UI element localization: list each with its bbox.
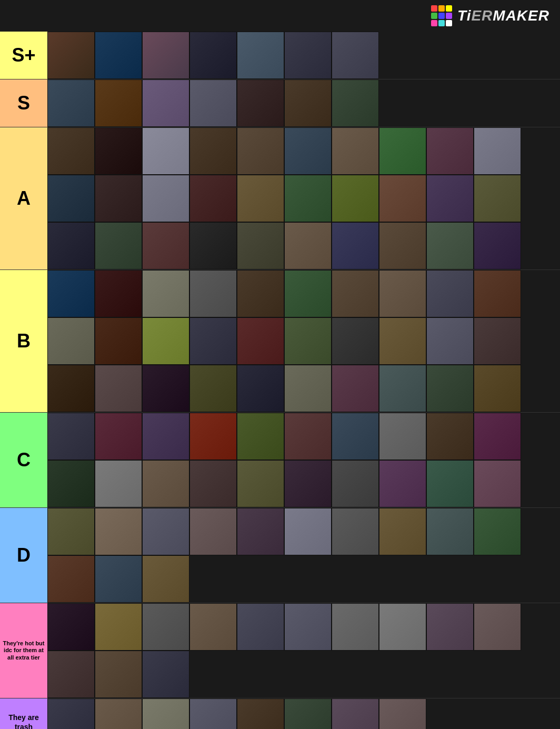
logo-cell (438, 5, 445, 12)
char-cell (95, 413, 142, 460)
logo-cell (438, 20, 445, 26)
char-cell (332, 270, 379, 317)
tier-label-trash: They are trash (0, 698, 47, 729)
char-cell (379, 413, 426, 460)
char-cell (142, 32, 189, 79)
tier-row-hot: They're hot but idc for them at all extr… (0, 603, 560, 698)
logo-cell (431, 20, 437, 26)
char-cell (237, 222, 284, 269)
char-cell (142, 270, 189, 317)
char-cell (332, 127, 379, 175)
char-cell (332, 603, 379, 651)
char-cell (426, 175, 474, 222)
char-cell (474, 413, 521, 460)
char-cell (189, 32, 237, 79)
char-cell (284, 603, 332, 651)
tier-row-d: D (0, 508, 560, 603)
char-cell (189, 222, 237, 269)
char-cell (47, 508, 95, 555)
char-cell (142, 175, 189, 222)
char-cell (189, 460, 237, 507)
char-cell (332, 413, 379, 460)
logo-grid-icon (431, 5, 452, 26)
logo-cell (438, 13, 445, 19)
tier-label-d: D (0, 508, 47, 603)
char-cell (332, 365, 379, 412)
char-cell (426, 508, 474, 555)
char-cell (332, 175, 379, 222)
char-cell (47, 270, 95, 317)
tier-label-b: B (0, 270, 47, 412)
char-cell (142, 127, 189, 175)
char-cell (284, 79, 332, 127)
tiermaker-title: TiERMAKER (457, 7, 549, 24)
char-cell (95, 651, 142, 698)
tier-content-a (47, 127, 560, 269)
char-cell (332, 698, 379, 729)
char-cell (237, 365, 284, 412)
char-cell (47, 555, 95, 603)
char-cell (284, 222, 332, 269)
tiermaker-logo: TiERMAKER (431, 5, 549, 26)
char-cell (47, 32, 95, 79)
char-cell (379, 175, 426, 222)
char-cell (474, 127, 521, 175)
char-cell (189, 270, 237, 317)
char-cell (284, 698, 332, 729)
char-cell (189, 603, 237, 651)
tier-row-sp: S+ (0, 32, 560, 79)
char-cell (47, 698, 95, 729)
char-cell (237, 127, 284, 175)
char-cell (95, 317, 142, 365)
char-cell (237, 508, 284, 555)
char-cell (237, 460, 284, 507)
tier-label-a: A (0, 127, 47, 269)
header: TiERMAKER (0, 0, 560, 32)
char-cell (379, 222, 426, 269)
tier-content-d (47, 508, 560, 603)
char-cell (189, 317, 237, 365)
char-cell (189, 508, 237, 555)
tier-label-c: C (0, 413, 47, 507)
char-cell (189, 127, 237, 175)
char-cell (142, 651, 189, 698)
char-cell (237, 270, 284, 317)
char-cell (95, 32, 142, 79)
tier-content-hot (47, 603, 560, 698)
char-cell (379, 270, 426, 317)
char-cell (189, 79, 237, 127)
char-cell (95, 603, 142, 651)
char-cell (332, 460, 379, 507)
char-cell (189, 175, 237, 222)
char-cell (47, 175, 95, 222)
char-cell (474, 603, 521, 651)
char-cell (426, 127, 474, 175)
logo-cell (431, 13, 437, 19)
char-cell (379, 603, 426, 651)
char-cell (284, 508, 332, 555)
char-cell (189, 413, 237, 460)
char-cell (284, 175, 332, 222)
tier-row-c: C (0, 413, 560, 508)
char-cell (95, 127, 142, 175)
char-cell (237, 79, 284, 127)
tier-content-trash (47, 698, 560, 729)
char-cell (95, 175, 142, 222)
char-cell (95, 79, 142, 127)
char-cell (474, 460, 521, 507)
char-cell (474, 175, 521, 222)
char-cell (284, 413, 332, 460)
char-cell (332, 317, 379, 365)
char-cell (47, 222, 95, 269)
char-cell (47, 651, 95, 698)
char-cell (474, 365, 521, 412)
char-cell (95, 698, 142, 729)
tier-label-hot: They're hot but idc for them at all extr… (0, 603, 47, 698)
char-cell (379, 365, 426, 412)
char-cell (284, 127, 332, 175)
char-cell (189, 365, 237, 412)
char-cell (426, 270, 474, 317)
char-cell (47, 413, 95, 460)
char-cell (47, 317, 95, 365)
char-cell (142, 603, 189, 651)
